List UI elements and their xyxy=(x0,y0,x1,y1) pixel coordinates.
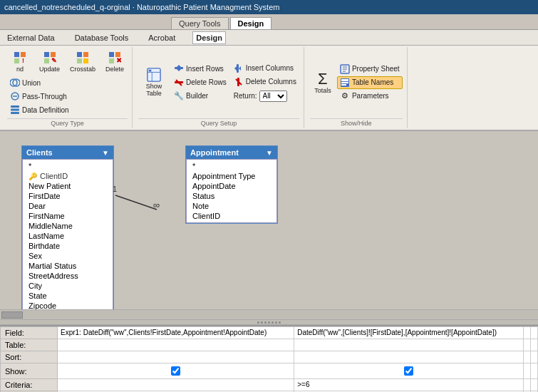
field-streetaddress[interactable]: StreetAddress xyxy=(23,271,113,281)
parameters-button[interactable]: ⚙ Parameters xyxy=(337,90,403,103)
main-area: 1 ∞ Clients ▼ * 🔑 ClientID New Patient F… xyxy=(0,131,538,392)
grid-separator[interactable] xyxy=(0,319,538,325)
field-star-clients[interactable]: * xyxy=(23,161,113,171)
svg-rect-2 xyxy=(14,58,19,63)
grid-cell-table-col3 xyxy=(523,339,530,351)
crosstab-button[interactable]: Crosstab xyxy=(66,48,99,75)
pass-through-button[interactable]: Pass-Through xyxy=(7,90,72,103)
field-sex[interactable]: Sex xyxy=(23,251,113,261)
clients-table-body[interactable]: * 🔑 ClientID New Patient FirstDate Dear … xyxy=(22,159,113,309)
field-note[interactable]: Note xyxy=(187,201,276,211)
field-appointment-type[interactable]: Appointment Type xyxy=(187,171,276,181)
table-names-button[interactable]: Table Names xyxy=(337,76,403,89)
field-clientid-appt[interactable]: ClientID xyxy=(187,211,276,221)
field-lastname[interactable]: LastName xyxy=(23,231,113,241)
svg-line-45 xyxy=(115,195,157,210)
append-button[interactable]: ! nd xyxy=(7,48,33,75)
delete-button[interactable]: ✖ Delete xyxy=(102,48,128,75)
grid-cell-table-col2[interactable] xyxy=(294,339,524,351)
grid-cell-show-col2[interactable] xyxy=(294,363,524,379)
appointment-table-body[interactable]: * Appointment Type AppointDate Status No… xyxy=(186,159,277,223)
show-checkbox-col2[interactable] xyxy=(297,365,520,377)
clients-table-header: Clients ▼ xyxy=(22,146,113,159)
property-sheet-icon xyxy=(340,64,350,74)
field-star-appointment[interactable]: * xyxy=(187,161,276,171)
query-setup-label: Query Setup xyxy=(138,118,299,127)
svg-rect-27 xyxy=(175,67,183,69)
builder-icon: 🔧 xyxy=(174,91,184,101)
scroll-thumb[interactable] xyxy=(1,311,23,319)
union-button[interactable]: Union xyxy=(7,76,72,89)
tab-bar: Query Tools Design xyxy=(0,14,538,30)
grid-cell-criteria-col2[interactable]: >=6 xyxy=(294,379,524,391)
field-zipcode[interactable]: Zipcode xyxy=(23,301,113,309)
update-label: Update xyxy=(39,66,60,73)
svg-text:✖: ✖ xyxy=(116,56,121,64)
nav-design[interactable]: Design xyxy=(192,31,226,44)
show-table-button[interactable]: ShowTable xyxy=(138,66,170,99)
grid-cell-field-col1[interactable]: Expr1: DateDiff("ww",Clients!FirstDate,A… xyxy=(58,327,294,339)
svg-rect-26 xyxy=(149,70,152,72)
grid-cell-show-col1[interactable] xyxy=(58,363,294,379)
field-dear[interactable]: Dear xyxy=(23,201,113,211)
field-city[interactable]: City xyxy=(23,281,113,291)
show-check1[interactable] xyxy=(171,366,180,376)
ribbon-group-query-setup: ShowTable Insert Rows Delete Rows xyxy=(134,47,304,128)
grid-cell-criteria-col3 xyxy=(523,379,530,391)
query-setup-small: Insert Rows Delete Rows 🔧 Builder xyxy=(171,63,229,103)
totals-button[interactable]: Σ Totals xyxy=(310,69,336,96)
field-firstname[interactable]: FirstName xyxy=(23,211,113,221)
insert-columns-label: Insert Columns xyxy=(246,64,294,72)
grid-cell-criteria-col1[interactable] xyxy=(58,379,294,391)
grid-cell-sort-col1[interactable] xyxy=(58,351,294,363)
nav-database-tools[interactable]: Database Tools xyxy=(72,32,132,43)
delete-columns-button[interactable]: Delete Columns xyxy=(231,76,299,88)
tab-design[interactable]: Design xyxy=(230,17,272,29)
grid-dots xyxy=(257,321,281,324)
delete-rows-button[interactable]: Delete Rows xyxy=(171,76,229,89)
show-check2[interactable] xyxy=(404,366,413,376)
svg-rect-12 xyxy=(109,52,114,57)
return-button[interactable]: Return: All 5 25 100 xyxy=(231,89,299,103)
insert-rows-button[interactable]: Insert Rows xyxy=(171,63,229,76)
field-status[interactable]: Status xyxy=(187,191,276,201)
field-middlename[interactable]: MiddleName xyxy=(23,221,113,231)
field-new-patient[interactable]: New Patient xyxy=(23,181,113,191)
grid-cell-sort-col2[interactable] xyxy=(294,351,524,363)
field-martial-status[interactable]: Martial Status xyxy=(23,261,113,271)
svg-rect-32 xyxy=(237,64,239,73)
nav-bar: External Data Database Tools Acrobat Des… xyxy=(0,30,538,46)
nav-acrobat[interactable]: Acrobat xyxy=(145,32,178,43)
svg-rect-0 xyxy=(14,52,19,57)
tab-query-tools[interactable]: Query Tools xyxy=(171,17,229,29)
grid-cell-field-col2[interactable]: DateDiff("ww",[Clients]![FirstDate],[App… xyxy=(294,327,524,339)
field-firstdate[interactable]: FirstDate xyxy=(23,191,113,201)
append-icon: ! xyxy=(13,51,27,65)
append-label: nd xyxy=(16,66,24,73)
field-state[interactable]: State xyxy=(23,291,113,301)
show-checkbox-col1[interactable] xyxy=(61,365,291,377)
data-definition-icon xyxy=(10,105,20,115)
grid-row-field: Field: Expr1: DateDiff("ww",Clients!Firs… xyxy=(1,327,538,339)
horizontal-scrollbar[interactable] xyxy=(0,309,538,319)
data-definition-button[interactable]: Data Definition xyxy=(7,103,72,116)
field-clientid[interactable]: 🔑 ClientID xyxy=(23,171,113,181)
svg-rect-9 xyxy=(83,52,88,57)
return-select[interactable]: All 5 25 100 xyxy=(259,91,287,102)
totals-label: Totals xyxy=(314,87,331,94)
svg-rect-43 xyxy=(341,82,348,83)
svg-rect-4 xyxy=(44,52,49,57)
insert-rows-label: Insert Rows xyxy=(186,65,224,73)
property-sheet-button[interactable]: Property Sheet xyxy=(337,63,403,76)
update-button[interactable]: ✎ Update xyxy=(36,48,63,75)
field-appointdate[interactable]: AppointDate xyxy=(187,181,276,191)
delete-label: Delete xyxy=(105,66,124,73)
svg-rect-21 xyxy=(11,109,19,111)
builder-button[interactable]: 🔧 Builder xyxy=(171,90,229,103)
grid-cell-table-col1[interactable] xyxy=(58,339,294,351)
insert-columns-button[interactable]: Insert Columns xyxy=(231,62,299,75)
field-birthdate[interactable]: Birthdate xyxy=(23,241,113,251)
nav-external-data[interactable]: External Data xyxy=(4,32,58,43)
key-icon: 🔑 xyxy=(29,172,37,180)
grid-row-criteria: Criteria: >=6 xyxy=(1,379,538,391)
